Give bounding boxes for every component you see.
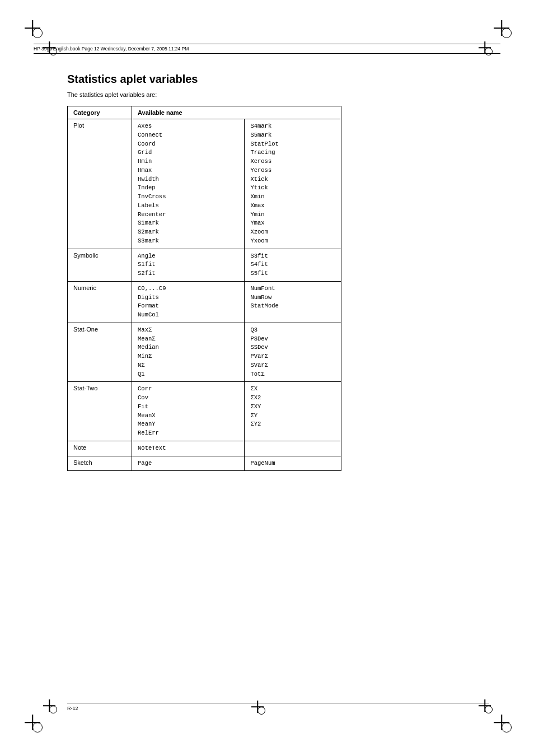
values-col2-cell: Page bbox=[132, 456, 245, 471]
table-row: Stat-OneMaxΣ MeanΣ Median MinΣ NΣ Q1Q3 P… bbox=[68, 323, 341, 382]
category-cell: Numeric bbox=[68, 281, 132, 323]
header-file-info: HP 39gs English.book Page 12 Wednesday, … bbox=[34, 46, 189, 52]
variables-table: Category Available name PlotAxes Connect… bbox=[67, 106, 341, 471]
category-cell: Stat-Two bbox=[68, 382, 132, 441]
values-col3-cell bbox=[245, 441, 341, 456]
footer: R-12 bbox=[67, 703, 489, 711]
category-cell: Stat-One bbox=[68, 323, 132, 382]
table-row: PlotAxes Connect Coord Grid Hmin Hmax Hw… bbox=[68, 119, 341, 249]
col2-header: Available name bbox=[132, 106, 341, 119]
values-col3-cell: S3fit S4fit S5fit bbox=[245, 249, 341, 281]
header-text: HP 39gs English.book Page 12 Wednesday, … bbox=[34, 46, 189, 52]
header-bar: HP 39gs English.book Page 12 Wednesday, … bbox=[34, 44, 500, 54]
main-content: Statistics aplet variables The statistic… bbox=[67, 73, 489, 471]
values-col3-cell: S4mark S5mark StatPlot Tracing Xcross Yc… bbox=[245, 119, 341, 249]
subtitle: The statistics aplet variables are: bbox=[67, 91, 489, 98]
category-cell: Note bbox=[68, 441, 132, 456]
category-cell: Symbolic bbox=[68, 249, 132, 281]
values-col3-cell: ΣX ΣX2 ΣXY ΣY ΣY2 bbox=[245, 382, 341, 441]
values-col2-cell: Angle S1fit S2fit bbox=[132, 249, 245, 281]
table-row: Stat-TwoCorr Cov Fit MeanX MeanY RelErrΣ… bbox=[68, 382, 341, 441]
values-col2-cell: C0,...C9 Digits Format NumCol bbox=[132, 281, 245, 323]
values-col3-cell: PageNum bbox=[245, 456, 341, 471]
values-col2-cell: NoteText bbox=[132, 441, 245, 456]
values-col2-cell: Axes Connect Coord Grid Hmin Hmax Hwidth… bbox=[132, 119, 245, 249]
table-row: SketchPagePageNum bbox=[68, 456, 341, 471]
table-row: NoteNoteText bbox=[68, 441, 341, 456]
category-cell: Sketch bbox=[68, 456, 132, 471]
values-col2-cell: MaxΣ MeanΣ Median MinΣ NΣ Q1 bbox=[132, 323, 245, 382]
col1-header: Category bbox=[68, 106, 132, 119]
values-col3-cell: NumFont NumRow StatMode bbox=[245, 281, 341, 323]
table-row: SymbolicAngle S1fit S2fitS3fit S4fit S5f… bbox=[68, 249, 341, 281]
footer-page-number: R-12 bbox=[67, 706, 78, 711]
page-title: Statistics aplet variables bbox=[67, 73, 489, 86]
table-header-row: Category Available name bbox=[68, 106, 341, 119]
table-row: NumericC0,...C9 Digits Format NumColNumF… bbox=[68, 281, 341, 323]
values-col2-cell: Corr Cov Fit MeanX MeanY RelErr bbox=[132, 382, 245, 441]
values-col3-cell: Q3 PSDev SSDev PVarΣ SVarΣ TotΣ bbox=[245, 323, 341, 382]
category-cell: Plot bbox=[68, 119, 132, 249]
